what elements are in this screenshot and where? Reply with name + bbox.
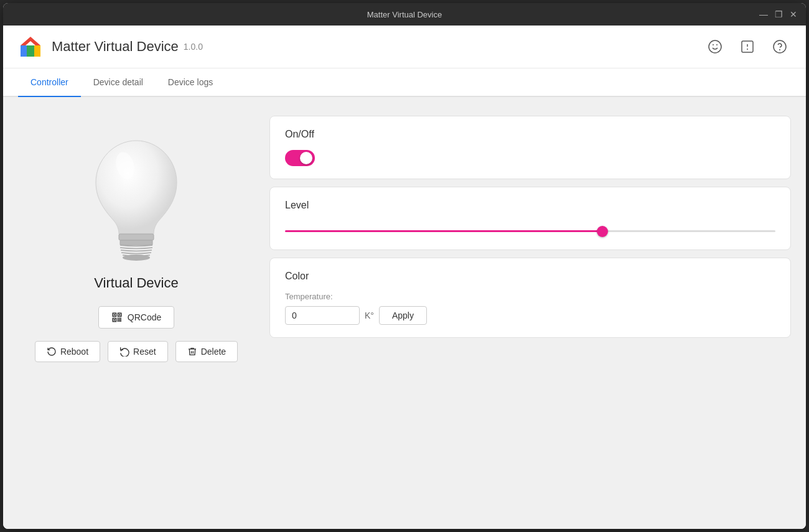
bulb-image — [80, 131, 192, 262]
bulb-container — [74, 128, 199, 265]
apply-button[interactable]: Apply — [379, 306, 427, 325]
app-title: Matter Virtual Device — [52, 39, 179, 55]
titlebar: Matter Virtual Device — ❐ ✕ — [3, 3, 806, 26]
delete-label: Delete — [201, 347, 226, 357]
reset-label: Reset — [133, 347, 156, 357]
svg-marker-1 — [21, 37, 40, 45]
smiley-icon-button[interactable] — [704, 35, 726, 58]
qrcode-button[interactable]: QRCode — [98, 306, 174, 329]
svg-rect-22 — [114, 319, 115, 320]
delete-button[interactable]: Delete — [175, 341, 238, 362]
qrcode-icon — [111, 312, 123, 323]
on-off-card: On/Off — [269, 116, 791, 179]
smiley-icon — [708, 39, 722, 54]
svg-rect-20 — [114, 314, 115, 315]
tabs: Controller Device detail Device logs — [3, 68, 806, 97]
on-off-title: On/Off — [285, 129, 775, 140]
level-card: Level — [269, 187, 791, 250]
reset-button[interactable]: Reset — [108, 341, 168, 362]
reboot-label: Reboot — [60, 347, 88, 357]
color-title: Color — [285, 271, 775, 282]
minimize-button[interactable]: — — [759, 9, 769, 19]
tab-device-detail[interactable]: Device detail — [81, 68, 156, 97]
toggle-thumb — [300, 152, 312, 164]
maximize-button[interactable]: ❐ — [774, 9, 783, 19]
app-version: 1.0.0 — [184, 42, 203, 52]
app-logo — [18, 34, 43, 59]
titlebar-title: Matter Virtual Device — [367, 10, 442, 19]
app-window: Matter Virtual Device — ❐ ✕ Matter Virtu… — [3, 3, 806, 529]
help-icon-button[interactable] — [769, 35, 791, 58]
feedback-icon-button[interactable] — [736, 35, 759, 58]
toggle-track — [285, 150, 315, 166]
unit-label: K° — [365, 310, 374, 320]
svg-point-11 — [774, 40, 786, 53]
content-area: Virtual Device — [3, 97, 806, 529]
temperature-row: K° Apply — [285, 306, 775, 325]
svg-rect-4 — [27, 45, 34, 57]
svg-point-5 — [709, 40, 721, 53]
reboot-icon — [47, 347, 57, 357]
slider-wrapper — [285, 221, 775, 237]
svg-rect-2 — [21, 45, 27, 57]
header-icons — [704, 35, 791, 58]
level-slider[interactable] — [285, 230, 775, 232]
on-off-toggle[interactable] — [285, 150, 315, 166]
level-title: Level — [285, 200, 775, 211]
close-button[interactable]: ✕ — [788, 9, 798, 19]
action-buttons: Reboot Reset — [35, 341, 238, 362]
svg-rect-21 — [119, 314, 120, 315]
tab-device-logs[interactable]: Device logs — [156, 68, 225, 97]
feedback-icon — [740, 39, 755, 54]
header: Matter Virtual Device 1.0.0 — [3, 26, 806, 68]
svg-rect-15 — [120, 240, 152, 245]
color-card: Color Temperature: K° Apply — [269, 258, 791, 338]
qrcode-label: QRCode — [128, 312, 161, 322]
titlebar-controls: — ❐ ✕ — [759, 9, 798, 19]
temperature-label: Temperature: — [285, 292, 775, 301]
svg-rect-3 — [34, 45, 40, 57]
tab-controller[interactable]: Controller — [18, 68, 81, 97]
help-icon — [772, 39, 787, 54]
reset-icon — [119, 347, 129, 357]
device-name: Virtual Device — [94, 275, 178, 291]
svg-rect-14 — [119, 234, 154, 240]
right-panel: On/Off Level Colo — [269, 116, 791, 510]
svg-point-16 — [123, 254, 150, 261]
left-panel: Virtual Device — [18, 116, 255, 510]
temperature-input[interactable] — [285, 306, 360, 325]
toggle-wrapper — [285, 150, 775, 166]
reboot-button[interactable]: Reboot — [35, 341, 100, 362]
delete-icon — [187, 347, 197, 357]
